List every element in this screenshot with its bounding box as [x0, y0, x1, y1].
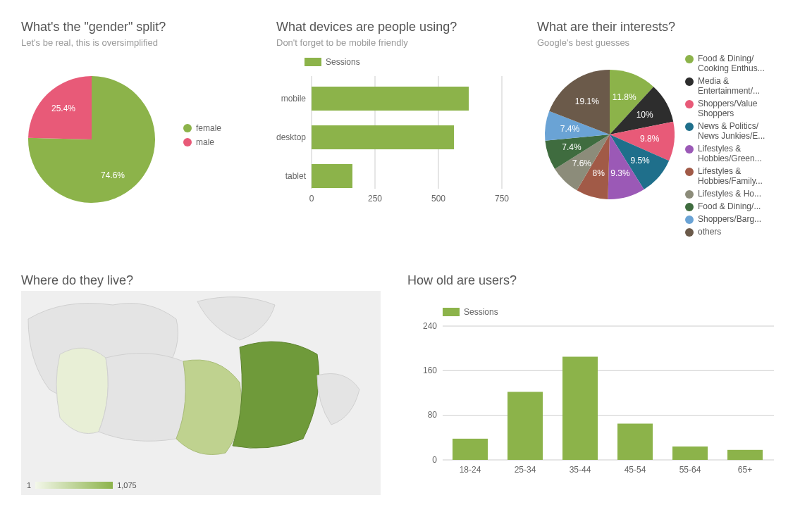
legend-swatch [685, 168, 694, 176]
region-quebec[interactable] [233, 342, 319, 448]
legend-label: Food & Dining/ Cooking Enthus... [698, 54, 765, 73]
map-canada[interactable]: 1 1,075 [21, 291, 381, 495]
chart-devices: What devices are people using? Don't for… [276, 20, 523, 210]
legend-swatch [685, 100, 694, 108]
legend-swatch [685, 123, 694, 131]
pie-slice-label: 7.4% [560, 124, 580, 134]
pie-slice-label: 7.6% [572, 158, 592, 168]
chart-title: Where do they live? [21, 273, 381, 288]
legend-swatch [685, 77, 694, 86]
svg-point-0 [183, 124, 192, 132]
pie-interests: 11.8%10%9.8%9.5%9.3%8%7.6%7.4%7.4%19.1% [537, 54, 682, 216]
cat-desktop: desktop [276, 132, 306, 142]
pie-slice-label: 10% [636, 110, 653, 120]
legend-item[interactable]: Lifestyles & Ho... [685, 189, 805, 199]
legend-label: Food & Dining/... [698, 201, 761, 211]
chart-subtitle: Let's be real, this is oversimplified [21, 37, 261, 48]
barchart-devices: Sessions mobile desktop tablet 0 250 [276, 48, 523, 210]
xtick: 750 [495, 194, 509, 204]
chart-interests: What are their interests? Google's best … [537, 20, 805, 239]
bar-desktop[interactable] [312, 125, 454, 149]
region-bc[interactable] [56, 348, 108, 433]
svg-rect-9 [443, 308, 460, 316]
legend-label: Media & Entertainment/... [698, 76, 760, 96]
legend-item[interactable]: Lifestyles & Hobbies/Family... [685, 166, 805, 186]
legend-item[interactable]: Shoppers/Value Shoppers [685, 99, 805, 118]
svg-text:Sessions: Sessions [326, 57, 360, 67]
map-scale: 1 1,075 [27, 481, 137, 489]
legend-item[interactable]: Lifestyles & Hobbies/Green... [685, 144, 805, 163]
legend-item[interactable]: Shoppers/Barg... [685, 214, 805, 224]
chart-title: How old are users? [407, 273, 788, 288]
region-prairies[interactable] [99, 354, 185, 442]
legend-swatch [685, 190, 694, 199]
xtick: 45-54 [625, 465, 646, 475]
pie-label-male: 25.4% [51, 104, 75, 113]
legend-label: Lifestyles & Ho... [698, 189, 761, 199]
chart-subtitle: Google's best guesses [537, 37, 805, 48]
chart-title: What are their interests? [537, 20, 805, 35]
pie-gender: 25.4% 74.6% female male [21, 48, 261, 210]
pie-slice-label: 8% [593, 168, 605, 178]
bar-age[interactable] [727, 450, 763, 460]
bar-age[interactable] [508, 392, 543, 460]
ytick: 0 [432, 455, 437, 465]
legend-item[interactable]: Food & Dining/... [685, 201, 805, 211]
legend-item[interactable]: News & Politics/ News Junkies/E... [685, 121, 805, 141]
region-ontario[interactable] [176, 360, 242, 455]
bar-age[interactable] [562, 357, 598, 461]
legend-swatch [685, 145, 694, 154]
svg-point-1 [183, 138, 192, 146]
chart-geo: Where do they live? 1 [21, 273, 381, 495]
legend-item-male[interactable]: male [196, 137, 214, 147]
legend-label: Shoppers/Barg... [698, 214, 761, 224]
legend-label: Shoppers/Value Shoppers [698, 99, 758, 118]
xtick: 65+ [738, 465, 752, 475]
legend-age[interactable]: Sessions [443, 307, 498, 317]
bar-age[interactable] [672, 447, 708, 460]
xtick: 0 [309, 194, 314, 204]
legend-label: Lifestyles & Hobbies/Green... [698, 144, 762, 163]
xtick: 18-24 [460, 465, 481, 475]
chart-gender: What's the "gender" split? Let's be real… [21, 20, 261, 210]
legend-label: others [698, 227, 721, 237]
map-scale-max: 1,075 [117, 481, 137, 489]
legend-devices[interactable]: Sessions [304, 57, 360, 67]
bar-mobile[interactable] [312, 87, 469, 111]
pie-slice-label: 9.3% [610, 168, 630, 178]
legend-gender: female male [183, 123, 221, 147]
svg-rect-2 [304, 58, 321, 66]
legend-item-female[interactable]: female [196, 123, 221, 133]
map-scale-min: 1 [27, 481, 31, 489]
chart-age: How old are users? Sessions 0 80 160 240 [407, 273, 788, 481]
xtick: 55-64 [679, 465, 701, 475]
legend-interests: Food & Dining/ Cooking Enthus...Media & … [685, 54, 805, 239]
legend-label: News & Politics/ News Junkies/E... [698, 121, 765, 141]
chart-title: What's the "gender" split? [21, 20, 261, 35]
legend-swatch [685, 216, 694, 224]
legend-item[interactable]: Food & Dining/ Cooking Enthus... [685, 54, 805, 73]
pie-slice-label: 19.1% [575, 96, 599, 106]
legend-swatch [685, 228, 694, 237]
bar-age[interactable] [453, 439, 488, 460]
svg-text:Sessions: Sessions [464, 307, 498, 317]
pie-label-female: 74.6% [101, 170, 125, 180]
cat-tablet: tablet [285, 171, 307, 181]
pie-slice-label: 11.8% [613, 92, 636, 102]
pie-slice-label: 9.8% [640, 134, 660, 144]
bar-tablet[interactable] [312, 164, 352, 188]
pie-slice-label: 7.4% [562, 142, 582, 152]
pie-slice-label: 9.5% [630, 156, 650, 166]
legend-swatch [685, 55, 694, 63]
legend-label: Lifestyles & Hobbies/Family... [698, 166, 763, 186]
bar-age[interactable] [617, 424, 653, 461]
barchart-age: Sessions 0 80 160 240 18-2425-3435-4445-… [407, 291, 788, 481]
chart-title: What devices are people using? [276, 20, 523, 35]
ytick: 80 [428, 410, 438, 420]
legend-item[interactable]: others [685, 227, 805, 237]
xtick: 250 [368, 194, 382, 204]
legend-item[interactable]: Media & Entertainment/... [685, 76, 805, 96]
ytick: 240 [423, 321, 437, 331]
ytick: 160 [423, 366, 437, 375]
cat-mobile: mobile [281, 94, 307, 104]
